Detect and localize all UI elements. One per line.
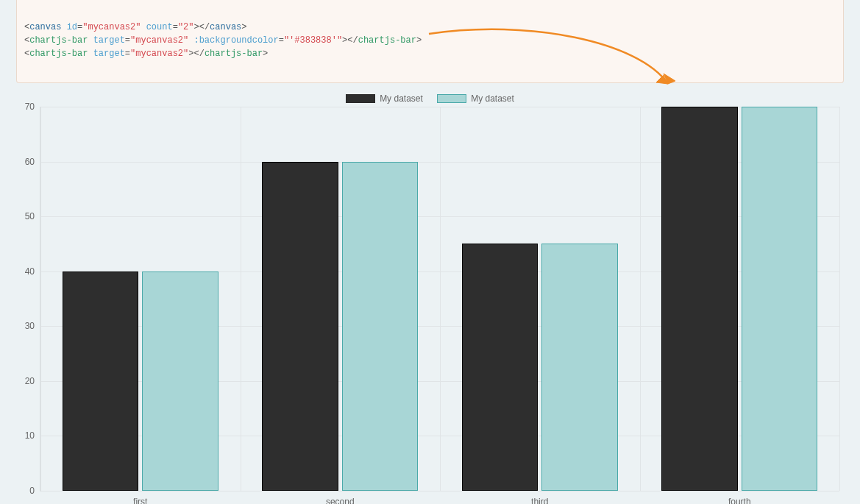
y-tick: 0 — [18, 486, 40, 496]
y-tick: 70 — [18, 102, 40, 112]
code-line-1: <canvas id="mycanvas2" count="2"></canva… — [24, 22, 247, 32]
x-tick: third — [531, 491, 548, 504]
legend-swatch-2 — [437, 94, 466, 103]
bar[interactable] — [63, 271, 138, 491]
legend-label-1: My dataset — [380, 93, 423, 104]
chart-legend: My dataset My dataset — [16, 93, 844, 105]
y-tick: 10 — [18, 430, 40, 441]
gridline-h — [40, 491, 839, 491]
gridline-v — [440, 107, 441, 491]
x-tick: first — [133, 491, 147, 504]
bar[interactable] — [462, 244, 538, 491]
code-line-3: <chartjs-bar target="mycanvas2"></chartj… — [24, 49, 268, 59]
bar-chart: My dataset My dataset 010203040506070fir… — [16, 89, 844, 504]
y-tick: 60 — [18, 157, 40, 167]
legend-item-1[interactable]: My dataset — [346, 93, 423, 104]
x-tick: second — [326, 491, 355, 504]
y-tick: 20 — [18, 376, 40, 386]
gridline-v — [640, 107, 641, 491]
bar[interactable] — [342, 162, 418, 491]
y-tick: 30 — [18, 321, 40, 331]
y-tick: 40 — [18, 266, 40, 277]
bar[interactable] — [541, 244, 617, 491]
bar[interactable] — [661, 107, 737, 491]
y-tick: 50 — [18, 211, 40, 221]
gridline-v — [839, 107, 840, 491]
bar[interactable] — [262, 162, 338, 491]
code-example: <canvas id="mycanvas2" count="2"></canva… — [16, 0, 844, 83]
code-line-2: <chartjs-bar target="mycanvas2" :backgro… — [24, 35, 422, 46]
bar[interactable] — [142, 271, 218, 491]
legend-item-2[interactable]: My dataset — [437, 93, 514, 104]
gridline-v — [40, 107, 41, 491]
plot-area: 010203040506070firstsecondthirdfourth — [40, 107, 839, 491]
x-tick: fourth — [728, 491, 751, 504]
bar[interactable] — [742, 107, 817, 491]
legend-label-2: My dataset — [471, 93, 514, 104]
gridline-v — [241, 107, 241, 491]
legend-swatch-1 — [346, 94, 375, 103]
